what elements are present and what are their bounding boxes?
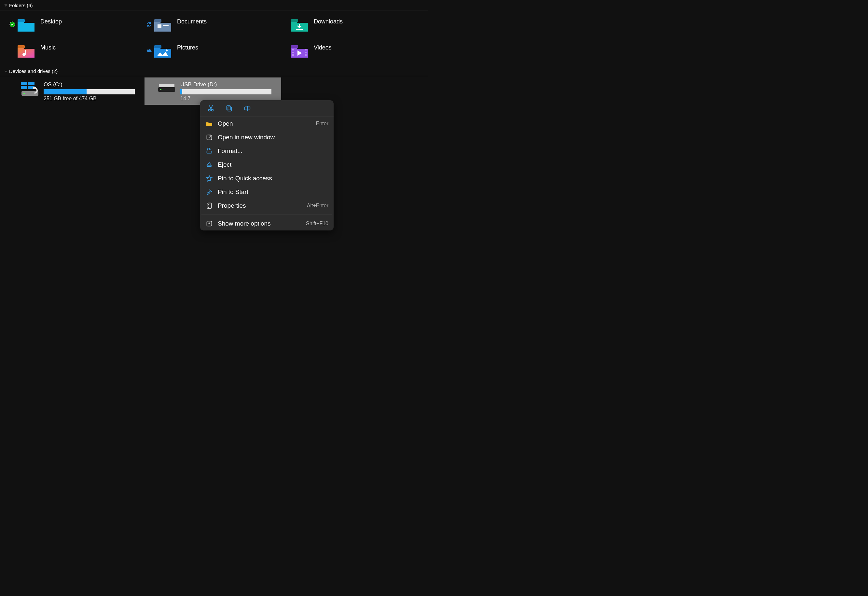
svg-rect-10 <box>25 50 26 54</box>
drive-item-os-c[interactable]: OS (C:) 251 GB free of 474 GB <box>8 77 145 105</box>
ctx-eject[interactable]: Eject <box>200 158 334 171</box>
folders-grid: Desktop Documents Downloads Music <box>0 10 428 61</box>
svg-rect-5 <box>163 27 168 27</box>
eject-icon <box>205 161 213 168</box>
drive-name: OS (C:) <box>44 81 141 88</box>
ctx-open[interactable]: Open Enter <box>200 117 334 131</box>
properties-icon <box>205 202 213 209</box>
svg-point-41 <box>208 207 209 208</box>
folder-label: Desktop <box>40 18 62 25</box>
folder-item-videos[interactable]: Videos <box>281 40 418 61</box>
svg-rect-7 <box>296 29 303 30</box>
new-window-icon <box>205 134 213 141</box>
svg-rect-13 <box>291 45 298 48</box>
separator <box>201 214 332 215</box>
more-options-icon <box>205 220 213 227</box>
chevron-down-icon: ▽ <box>4 69 7 73</box>
svg-point-25 <box>24 93 25 94</box>
svg-rect-18 <box>305 52 307 53</box>
ctx-properties[interactable]: Properties Alt+Enter <box>200 199 334 212</box>
section-title: Devices and drives (2) <box>9 68 58 74</box>
folder-item-downloads[interactable]: Downloads <box>281 14 418 35</box>
pin-icon <box>205 189 213 195</box>
copy-icon[interactable] <box>226 105 233 112</box>
status-syncing-icon <box>145 22 154 27</box>
svg-rect-26 <box>33 87 36 89</box>
folder-label: Pictures <box>177 44 198 51</box>
svg-rect-11 <box>154 45 161 48</box>
svg-rect-3 <box>158 24 161 28</box>
status-synced-icon <box>8 22 17 27</box>
rename-icon[interactable] <box>244 105 251 112</box>
svg-rect-22 <box>21 86 27 89</box>
folder-label: Videos <box>314 44 332 51</box>
folder-item-desktop[interactable]: Desktop <box>8 14 145 35</box>
svg-rect-17 <box>305 49 307 50</box>
svg-point-39 <box>208 204 209 205</box>
chevron-down-icon: ▽ <box>4 3 7 7</box>
folder-videos-icon <box>290 43 309 58</box>
svg-rect-8 <box>18 45 25 48</box>
svg-rect-31 <box>227 106 230 110</box>
svg-rect-37 <box>207 166 211 167</box>
folder-desktop-icon <box>17 16 35 32</box>
star-icon <box>205 175 213 181</box>
svg-point-28 <box>160 89 161 90</box>
drive-free-text: 251 GB free of 474 GB <box>44 96 141 102</box>
folder-label: Documents <box>177 18 207 25</box>
svg-rect-4 <box>163 25 168 26</box>
svg-rect-15 <box>292 52 294 53</box>
capacity-bar <box>180 89 272 94</box>
svg-rect-21 <box>28 82 34 85</box>
folder-pictures-icon <box>154 43 172 58</box>
status-cloud-icon <box>145 49 154 52</box>
svg-rect-2 <box>154 19 161 22</box>
svg-rect-38 <box>207 203 211 209</box>
section-title: Folders (6) <box>9 3 33 8</box>
svg-rect-32 <box>228 107 232 111</box>
drive-os-icon <box>21 81 39 97</box>
folder-item-music[interactable]: Music <box>8 40 145 61</box>
section-header-drives[interactable]: ▽ Devices and drives (2) <box>0 66 428 76</box>
capacity-bar <box>44 89 135 94</box>
drive-usb-icon <box>158 81 176 94</box>
ctx-pin-quick-access[interactable]: Pin to Quick access <box>200 171 334 185</box>
folder-downloads-icon <box>290 16 309 32</box>
cut-icon[interactable] <box>207 105 214 112</box>
ctx-open-new-window[interactable]: Open in new window <box>200 131 334 144</box>
svg-point-12 <box>166 49 168 52</box>
svg-rect-14 <box>292 49 294 50</box>
context-menu-toolbar <box>200 100 334 117</box>
drive-name: USB Drive (D:) <box>180 81 278 88</box>
folder-label: Music <box>40 44 56 51</box>
folder-label: Downloads <box>314 18 343 25</box>
ctx-show-more-options[interactable]: Show more options Shift+F10 <box>200 217 334 230</box>
folder-documents-icon <box>154 16 172 32</box>
folder-item-pictures[interactable]: Pictures <box>145 40 281 61</box>
folder-music-icon <box>17 43 35 58</box>
svg-rect-19 <box>305 55 307 56</box>
folder-item-documents[interactable]: Documents <box>145 14 281 35</box>
ctx-pin-to-start[interactable]: Pin to Start <box>200 185 334 199</box>
svg-rect-6 <box>291 19 298 22</box>
context-menu: Open Enter Open in new window Format... … <box>200 100 334 230</box>
svg-rect-36 <box>207 151 212 153</box>
svg-rect-20 <box>21 82 27 85</box>
open-folder-icon <box>205 121 213 126</box>
svg-rect-1 <box>18 19 25 22</box>
ctx-format[interactable]: Format... <box>200 144 334 158</box>
svg-rect-16 <box>292 55 294 56</box>
format-icon <box>205 148 213 154</box>
svg-point-40 <box>208 206 209 207</box>
section-header-folders[interactable]: ▽ Folders (6) <box>0 0 428 10</box>
